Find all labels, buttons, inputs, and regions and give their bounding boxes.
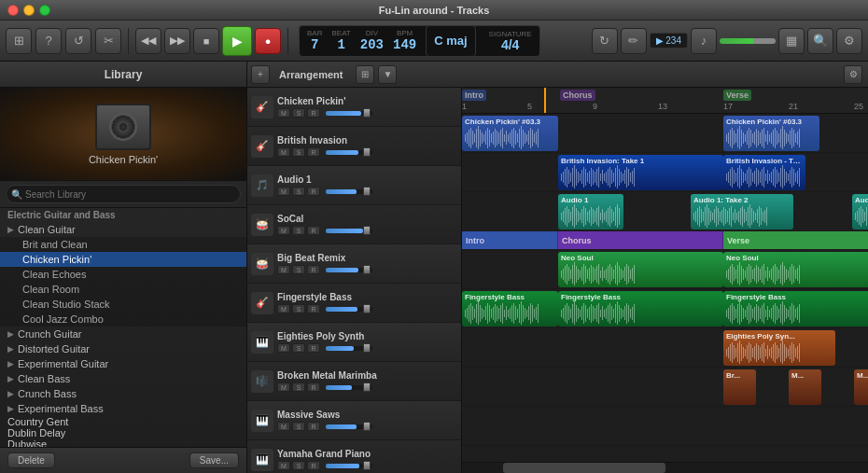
sync-button[interactable]: ↻ bbox=[592, 28, 618, 54]
clip[interactable]: Chicken Pickin' #03.3 bbox=[462, 116, 558, 151]
add-track-button[interactable]: + bbox=[251, 65, 270, 84]
stop-button[interactable]: ■ bbox=[193, 28, 219, 54]
solo-button[interactable]: S bbox=[292, 304, 305, 313]
rewind-button[interactable]: ◀◀ bbox=[135, 28, 161, 54]
list-item[interactable]: Clean Echoes bbox=[0, 267, 246, 282]
view-options-button[interactable]: ⊞ bbox=[356, 65, 374, 84]
mute-button[interactable]: M bbox=[277, 226, 290, 235]
sidebar-item-crunch-guitar[interactable]: ▶ Crunch Guitar bbox=[0, 327, 246, 341]
maximize-button[interactable] bbox=[39, 5, 50, 16]
search-input[interactable] bbox=[6, 185, 241, 203]
solo-button[interactable]: S bbox=[292, 343, 305, 353]
clip[interactable]: British Invasion - Take 5 bbox=[723, 155, 805, 190]
view-btn-2[interactable]: 🔍 bbox=[807, 28, 833, 54]
clip[interactable]: Audio 1 bbox=[558, 194, 623, 230]
sidebar-item-clean-guitar[interactable]: ▶ Clean Guitar bbox=[0, 222, 246, 237]
pencil-button[interactable]: ✏ bbox=[621, 28, 647, 54]
solo-button[interactable]: S bbox=[292, 187, 305, 196]
list-item[interactable]: Cool Jazz Combo bbox=[0, 312, 246, 327]
mute-button[interactable]: M bbox=[277, 343, 290, 353]
list-item[interactable]: Clean Room bbox=[0, 282, 246, 297]
clip[interactable]: Fingerstyle Bass bbox=[723, 291, 868, 327]
loop-button[interactable]: ↺ bbox=[65, 28, 91, 54]
sidebar-item-experimental-bass[interactable]: ▶ Experimental Bass bbox=[0, 401, 246, 416]
solo-button[interactable]: S bbox=[292, 226, 305, 235]
arm-button[interactable]: R bbox=[307, 226, 320, 235]
arm-button[interactable]: R bbox=[307, 108, 320, 118]
solo-button[interactable]: S bbox=[292, 383, 305, 392]
snap-button[interactable]: ⊞ bbox=[6, 28, 32, 54]
list-item[interactable]: Dubwise bbox=[0, 438, 246, 447]
sidebar-item-distorted-guitar[interactable]: ▶ Distorted Guitar bbox=[0, 341, 246, 356]
arm-button[interactable]: R bbox=[307, 147, 320, 157]
fast-forward-button[interactable]: ▶▶ bbox=[164, 28, 190, 54]
list-item[interactable]: Dublin Delay bbox=[0, 427, 246, 438]
list-item[interactable]: Chicken Pickin' bbox=[0, 252, 246, 267]
scissors-button[interactable]: ✂ bbox=[95, 28, 121, 54]
solo-button[interactable]: S bbox=[292, 147, 305, 157]
play-button[interactable]: ▶ bbox=[222, 26, 252, 56]
track-fader[interactable] bbox=[326, 424, 372, 429]
clip[interactable]: Chicken Pickin' #03.3 bbox=[723, 116, 819, 151]
close-button[interactable] bbox=[7, 5, 19, 16]
timeline-ruler[interactable]: Intro Chorus Verse Chorus C 1 5 9 13 17 … bbox=[462, 88, 868, 114]
track-fader[interactable] bbox=[326, 307, 372, 312]
horizontal-scrollbar[interactable] bbox=[462, 462, 868, 473]
arm-button[interactable]: R bbox=[307, 187, 320, 196]
clip[interactable]: Audio 1: Take 2 bbox=[691, 194, 793, 230]
help-button[interactable]: ? bbox=[35, 28, 62, 54]
arm-button[interactable]: R bbox=[307, 461, 320, 470]
scroll-thumb[interactable] bbox=[503, 463, 665, 473]
clip[interactable]: M... bbox=[789, 369, 821, 405]
track-fader[interactable] bbox=[326, 346, 372, 351]
solo-button[interactable]: S bbox=[292, 265, 305, 274]
track-fader[interactable] bbox=[326, 385, 372, 390]
record-button[interactable]: ● bbox=[255, 28, 281, 54]
clip[interactable]: Neo Soul bbox=[558, 252, 723, 287]
mute-button[interactable]: M bbox=[277, 461, 290, 470]
solo-button[interactable]: S bbox=[292, 422, 305, 431]
clip[interactable]: British Invasion: Take 1 bbox=[558, 155, 723, 190]
list-item[interactable]: Country Gent bbox=[0, 416, 246, 427]
list-item[interactable]: Clean Studio Stack bbox=[0, 297, 246, 312]
clips-area[interactable]: Chicken Pickin' #03.3 Chicken Pickin' #0… bbox=[462, 114, 868, 462]
arm-button[interactable]: R bbox=[307, 265, 320, 274]
save-button[interactable]: Save... bbox=[189, 452, 239, 468]
sidebar-item-crunch-bass[interactable]: ▶ Crunch Bass bbox=[0, 386, 246, 401]
arm-button[interactable]: R bbox=[307, 304, 320, 313]
delete-button[interactable]: Delete bbox=[7, 452, 55, 468]
sidebar-item-experimental-guitar[interactable]: ▶ Experimental Guitar bbox=[0, 356, 246, 371]
track-fader[interactable] bbox=[326, 229, 372, 233]
sidebar-item-clean-bass[interactable]: ▶ Clean Bass bbox=[0, 371, 246, 386]
solo-button[interactable]: S bbox=[292, 108, 305, 118]
track-fader[interactable] bbox=[326, 268, 372, 272]
clip[interactable]: M... bbox=[854, 369, 868, 405]
clip[interactable]: Neo Soul bbox=[723, 252, 868, 287]
arm-button[interactable]: R bbox=[307, 422, 320, 431]
minimize-button[interactable] bbox=[23, 5, 35, 16]
clip[interactable]: Br... bbox=[723, 369, 756, 405]
mute-button[interactable]: M bbox=[277, 265, 290, 274]
view-btn-1[interactable]: ▦ bbox=[778, 28, 805, 54]
track-fader[interactable] bbox=[326, 111, 372, 116]
mute-button[interactable]: M bbox=[277, 187, 290, 196]
track-fader[interactable] bbox=[326, 464, 372, 468]
clip[interactable]: Audio 1.3 bbox=[852, 194, 868, 230]
mute-button[interactable]: M bbox=[277, 383, 290, 392]
clip[interactable]: Fingerstyle Bass bbox=[462, 291, 558, 327]
list-item[interactable]: Brit and Clean bbox=[0, 237, 246, 252]
settings-button[interactable]: ⚙ bbox=[836, 28, 862, 54]
mute-button[interactable]: M bbox=[277, 147, 290, 157]
mute-button[interactable]: M bbox=[277, 422, 290, 431]
solo-button[interactable]: S bbox=[292, 461, 305, 470]
mute-button[interactable]: M bbox=[277, 304, 290, 313]
tuner-button[interactable]: ♪ bbox=[691, 28, 717, 54]
arm-button[interactable]: R bbox=[307, 343, 320, 353]
arm-button[interactable]: R bbox=[307, 383, 320, 392]
arrangement-settings-button[interactable]: ⚙ bbox=[844, 65, 862, 84]
filter-button[interactable]: ▼ bbox=[378, 65, 397, 84]
master-volume-slider[interactable] bbox=[720, 38, 776, 44]
track-fader[interactable] bbox=[326, 150, 372, 155]
track-fader[interactable] bbox=[326, 189, 372, 194]
clip[interactable]: Eighties Poly Syn... bbox=[723, 330, 835, 366]
